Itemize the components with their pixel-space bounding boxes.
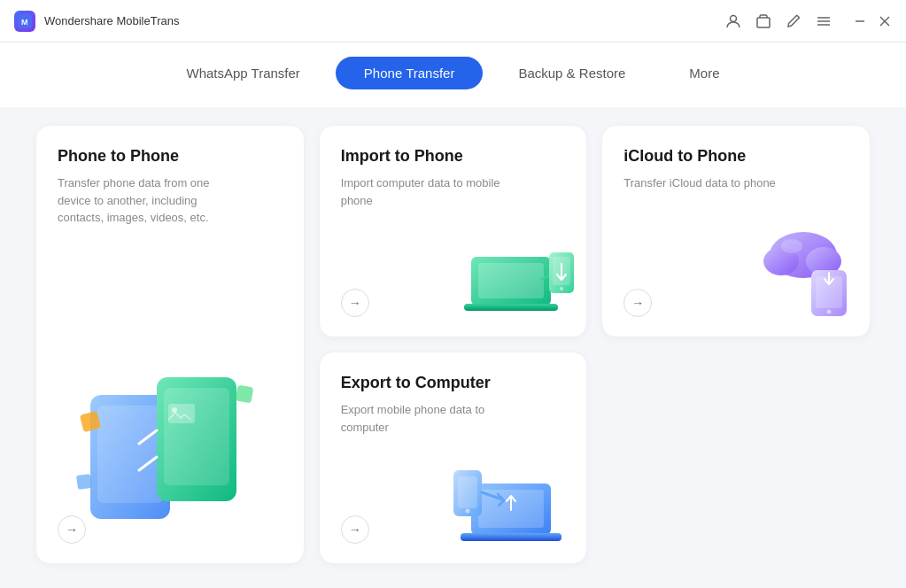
main-content: Phone to Phone Transfer phone data from … (0, 107, 906, 582)
card-phone-to-phone-arrow[interactable]: → (58, 515, 86, 544)
card-phone-to-phone[interactable]: Phone to Phone Transfer phone data from … (35, 125, 305, 564)
svg-point-28 (781, 239, 802, 253)
card-export-to-computer[interactable]: Export to Computer Export mobile phone d… (319, 352, 588, 564)
minimize-button[interactable] (853, 14, 867, 28)
phone-to-phone-illustration (73, 360, 267, 519)
svg-rect-16 (76, 474, 92, 490)
card-phone-to-phone-desc: Transfer phone data from one device to a… (58, 174, 217, 227)
card-export-desc: Export mobile phone data to computer (341, 401, 500, 436)
svg-point-24 (560, 287, 563, 290)
svg-rect-21 (464, 304, 558, 311)
svg-rect-3 (757, 18, 770, 27)
svg-point-18 (172, 407, 177, 413)
card-phone-to-phone-title: Phone to Phone (58, 147, 283, 166)
edit-icon[interactable] (786, 13, 801, 29)
card-icloud-to-phone[interactable]: iCloud to Phone Transfer iCloud data to … (601, 125, 871, 337)
card-import-desc: Import computer data to mobile phone (341, 174, 500, 209)
card-export-arrow[interactable]: → (341, 515, 369, 544)
svg-text:M: M (21, 18, 28, 27)
tab-whatsapp[interactable]: WhatsApp Transfer (158, 57, 328, 89)
icloud-illustration (746, 221, 861, 319)
svg-rect-13 (164, 388, 229, 485)
nav-bar: WhatsApp Transfer Phone Transfer Backup … (0, 43, 906, 107)
svg-rect-17 (168, 404, 195, 423)
title-bar: M Wondershare MobileTrans (0, 0, 906, 43)
svg-point-37 (466, 509, 470, 514)
svg-rect-15 (235, 385, 253, 404)
card-import-to-phone[interactable]: Import to Phone Import computer data to … (319, 125, 588, 337)
card-export-title: Export to Computer (341, 374, 566, 392)
card-icloud-arrow[interactable]: → (623, 289, 652, 317)
close-button[interactable] (878, 14, 892, 28)
app-icon: M (14, 11, 35, 32)
svg-rect-11 (97, 406, 163, 503)
card-import-arrow[interactable]: → (341, 289, 369, 317)
card-icloud-title: iCloud to Phone (623, 147, 848, 166)
svg-rect-34 (461, 533, 561, 541)
window-controls (853, 14, 892, 28)
square-icon[interactable] (755, 13, 771, 29)
tab-more[interactable]: More (661, 57, 747, 89)
export-illustration (453, 448, 577, 554)
app-name: Wondershare MobileTrans (44, 14, 179, 27)
svg-rect-36 (458, 476, 477, 508)
card-import-title: Import to Phone (341, 147, 566, 166)
svg-rect-20 (478, 263, 544, 298)
tab-phone[interactable]: Phone Transfer (336, 57, 484, 89)
tab-backup[interactable]: Backup & Restore (490, 57, 654, 89)
import-illustration (462, 221, 577, 319)
svg-point-31 (826, 310, 831, 314)
menu-icon[interactable] (816, 13, 832, 29)
title-bar-right (725, 13, 892, 29)
user-icon[interactable] (725, 13, 741, 29)
svg-point-2 (731, 15, 737, 21)
title-bar-left: M Wondershare MobileTrans (14, 11, 179, 32)
card-icloud-desc: Transfer iCloud data to phone (623, 174, 783, 192)
